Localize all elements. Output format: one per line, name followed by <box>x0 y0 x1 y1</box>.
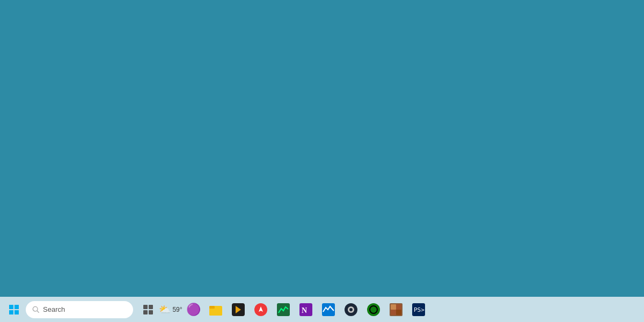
taskbar-icon-steam[interactable] <box>340 299 362 320</box>
svg-text:PS>: PS> <box>414 306 425 313</box>
taskbar-icon-vivaldi[interactable] <box>250 299 272 320</box>
steam-icon <box>345 303 357 316</box>
svg-rect-5 <box>149 310 153 314</box>
taskbar-icon-onenote[interactable]: N <box>295 299 317 320</box>
windows-logo-icon <box>9 305 19 314</box>
svg-text:N: N <box>302 306 307 314</box>
taskbar-pinned-icons: ⛅ 59° 🟣 <box>137 299 429 320</box>
minecraft-icon <box>390 303 402 316</box>
taskbar-icon-minecraft[interactable] <box>385 299 407 320</box>
svg-rect-7 <box>209 308 222 316</box>
svg-line-1 <box>37 311 39 312</box>
taskbar-icon-stock-monitor[interactable] <box>273 299 294 320</box>
start-button[interactable] <box>4 300 24 319</box>
taskbar: Search ⛅ 59° 🟣 <box>0 297 644 322</box>
taskbar-icon-file-explorer[interactable] <box>205 299 226 320</box>
image-editor-icon <box>322 303 335 316</box>
taskbar-icon-xbox[interactable] <box>363 299 384 320</box>
stock-monitor-icon <box>277 303 290 316</box>
meet-icon: 🟣 <box>186 303 201 317</box>
taskbar-icon-terminal[interactable]: PS> <box>408 299 429 320</box>
taskbar-icon-task-view[interactable] <box>137 299 159 320</box>
taskbar-icon-meet[interactable]: 🟣 <box>182 299 204 320</box>
file-explorer-icon <box>209 304 222 316</box>
weather-temp: 59° <box>172 306 182 313</box>
svg-rect-22 <box>396 304 401 310</box>
svg-point-18 <box>367 303 380 316</box>
weather-icon: ⛅ <box>159 304 171 316</box>
search-label: Search <box>43 305 65 313</box>
svg-rect-3 <box>149 305 153 309</box>
terminal-icon: PS> <box>412 303 425 316</box>
taskbar-icon-weather[interactable]: ⛅ 59° <box>160 299 181 320</box>
desktop <box>0 0 644 297</box>
plex-icon <box>232 303 245 316</box>
taskbar-icon-plex[interactable] <box>228 299 249 320</box>
task-view-icon <box>143 304 153 315</box>
svg-rect-24 <box>396 310 401 315</box>
svg-rect-8 <box>209 306 215 309</box>
svg-rect-2 <box>143 305 148 309</box>
vivaldi-icon <box>254 303 267 316</box>
svg-rect-4 <box>143 310 148 314</box>
taskbar-icon-image-editor[interactable] <box>318 299 339 320</box>
svg-rect-23 <box>391 310 396 315</box>
svg-point-17 <box>349 308 353 311</box>
xbox-icon <box>367 303 380 316</box>
onenote-icon: N <box>299 303 312 316</box>
svg-rect-21 <box>391 304 396 310</box>
search-bar[interactable]: Search <box>26 301 133 318</box>
search-icon <box>32 306 40 313</box>
